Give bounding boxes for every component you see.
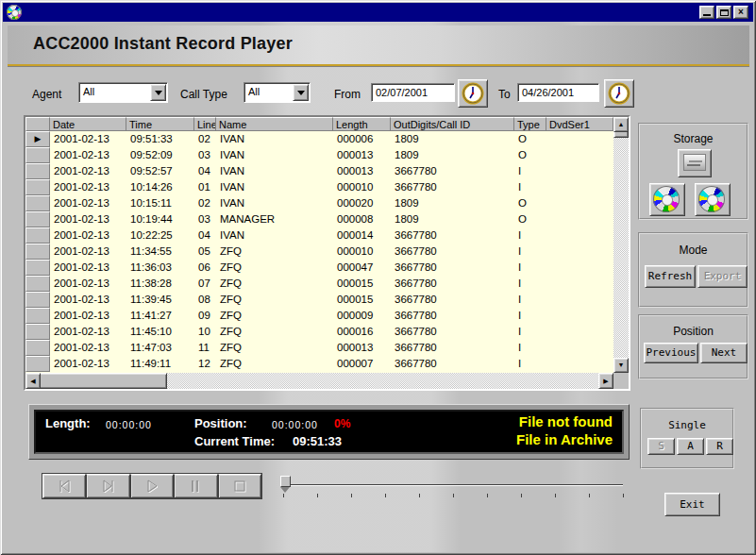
exit-button[interactable]: Exit	[664, 493, 720, 516]
call-type-select[interactable]: All	[244, 82, 311, 103]
table-cell: 000013	[333, 163, 391, 179]
table-cell: 2001-02-13	[50, 147, 126, 163]
row-selector[interactable]	[25, 179, 50, 195]
table-row[interactable]: 2001-02-1309:52:5704IVAN0000133667780I	[25, 163, 613, 179]
table-row[interactable]: ▶2001-02-1309:51:3302IVAN0000061809O	[25, 131, 613, 147]
table-row[interactable]: 2001-02-1311:34:5505ZFQ0000103667780I	[25, 244, 613, 260]
row-selector[interactable]	[25, 276, 50, 292]
table-cell: 1809	[391, 195, 514, 211]
vertical-scrollbar[interactable]: ▲ ▼	[613, 117, 629, 373]
table-cell: 11:49:11	[126, 356, 194, 372]
agent-select[interactable]: All	[78, 82, 168, 103]
table-cell: 11:39:45	[126, 292, 194, 308]
row-selector[interactable]	[25, 324, 50, 340]
table-cell: 10:22:25	[126, 227, 194, 244]
table-row[interactable]: 2001-02-1310:19:4403MANAGER0000081809O	[25, 211, 613, 227]
horizontal-scrollbar[interactable]: ◀ ▶	[25, 373, 613, 389]
row-selector[interactable]	[25, 356, 50, 372]
minimize-button[interactable]	[699, 6, 714, 19]
row-selector[interactable]: ▶	[25, 131, 50, 147]
column-header-type[interactable]: Type	[514, 117, 546, 131]
length-label: Length:	[45, 416, 91, 430]
single-s-button[interactable]: S	[647, 438, 675, 455]
scroll-down-button[interactable]: ▼	[613, 358, 629, 373]
agent-dropdown-button[interactable]	[150, 84, 166, 101]
scroll-right-button[interactable]: ▶	[598, 373, 613, 389]
single-r-button[interactable]: R	[706, 438, 733, 455]
from-calendar-button[interactable]	[458, 79, 488, 108]
close-icon: ×	[738, 7, 744, 17]
column-header-outdigits-call-id[interactable]: OutDigits/Call ID	[391, 117, 514, 131]
horizontal-scroll-thumb[interactable]	[25, 373, 167, 389]
column-header-time[interactable]: Time	[126, 117, 194, 131]
table-cell: 3667780	[391, 308, 514, 324]
table-row[interactable]: 2001-02-1311:47:0311ZFQ0000133667780I	[25, 340, 613, 356]
table-cell	[546, 179, 613, 195]
row-selector[interactable]	[25, 195, 50, 211]
maximize-button[interactable]	[716, 6, 731, 19]
call-type-dropdown-button[interactable]	[293, 84, 309, 101]
stop-button[interactable]	[218, 474, 261, 498]
column-header-name[interactable]: Name	[216, 117, 333, 131]
scroll-up-button[interactable]: ▲	[613, 117, 629, 132]
table-row[interactable]: 2001-02-1309:52:0903IVAN0000131809O	[25, 147, 613, 163]
play-icon	[142, 479, 162, 493]
row-selector[interactable]	[25, 308, 50, 324]
column-header-date[interactable]: Date	[50, 117, 126, 131]
previous-button[interactable]: Previous	[644, 343, 698, 363]
table-row[interactable]: 2001-02-1311:36:0306ZFQ0000473667780I	[25, 260, 613, 276]
table-row[interactable]: 2001-02-1311:41:2709ZFQ0000093667780I	[25, 308, 613, 324]
table-cell	[546, 227, 613, 244]
row-selector[interactable]	[25, 340, 50, 356]
table-cell: 07	[194, 276, 216, 292]
column-header-dvdser1[interactable]: DvdSer1	[546, 117, 613, 131]
table-cell: I	[514, 260, 546, 276]
row-selector[interactable]	[25, 244, 50, 260]
row-selector[interactable]	[25, 211, 50, 227]
row-selector[interactable]	[25, 163, 50, 179]
seek-slider[interactable]	[277, 474, 627, 498]
agent-label: Agent	[32, 88, 61, 101]
agent-value: All	[83, 86, 94, 97]
refresh-button[interactable]: Refresh	[645, 265, 696, 288]
table-row[interactable]: 2001-02-1311:49:1112ZFQ0000073667780I	[25, 356, 613, 372]
table-cell: 000010	[333, 244, 391, 260]
drive-storage-button[interactable]	[678, 149, 712, 177]
cd-storage-button-2[interactable]	[695, 183, 731, 216]
app-window: × ACC2000 Instant Record Player Agent Al…	[0, 0, 756, 555]
table-row[interactable]: 2001-02-1311:45:1010ZFQ0000163667780I	[25, 324, 613, 340]
to-date-input[interactable]: 04/26/2001	[517, 83, 599, 102]
next-button[interactable]: Next	[700, 343, 748, 363]
arrow-down-icon: ▼	[618, 362, 625, 368]
slider-tick	[283, 494, 284, 497]
table-row[interactable]: 2001-02-1311:38:2807ZFQ0000153667780I	[25, 276, 613, 292]
table-cell	[546, 340, 613, 356]
pause-button[interactable]	[174, 474, 217, 498]
scroll-left-button[interactable]: ◀	[25, 373, 41, 389]
previous-record-button[interactable]	[42, 474, 86, 498]
table-cell	[546, 195, 613, 211]
table-row[interactable]: 2001-02-1310:14:2601IVAN0000103667780I	[25, 179, 613, 195]
row-selector[interactable]	[25, 292, 50, 308]
records-grid: DateTimeLineNameLengthOutDigits/Call IDT…	[24, 115, 630, 391]
table-row[interactable]: 2001-02-1310:15:1102IVAN0000201809O	[25, 195, 613, 211]
column-header-line[interactable]: Line	[194, 117, 216, 131]
play-button[interactable]	[130, 474, 174, 498]
close-button[interactable]: ×	[733, 6, 748, 19]
cd-storage-button-1[interactable]	[649, 183, 685, 216]
single-title: Single	[642, 419, 732, 431]
next-record-button[interactable]	[86, 474, 129, 498]
row-selector[interactable]	[25, 260, 50, 276]
table-row[interactable]: 2001-02-1310:22:2504IVAN0000143667780I	[25, 227, 613, 244]
single-a-button[interactable]: A	[677, 438, 704, 455]
row-selector[interactable]	[25, 147, 50, 163]
row-selector[interactable]	[25, 227, 50, 244]
title-bar[interactable]: ×	[3, 3, 753, 22]
position-value: 00:00:00	[272, 419, 318, 430]
slider-thumb[interactable]	[280, 476, 291, 493]
column-header-length[interactable]: Length	[333, 117, 391, 131]
export-button[interactable]: Export	[697, 265, 748, 288]
from-date-input[interactable]: 02/07/2001	[371, 83, 455, 102]
to-calendar-button[interactable]	[604, 79, 634, 108]
table-row[interactable]: 2001-02-1311:39:4508ZFQ0000153667780I	[25, 292, 613, 308]
